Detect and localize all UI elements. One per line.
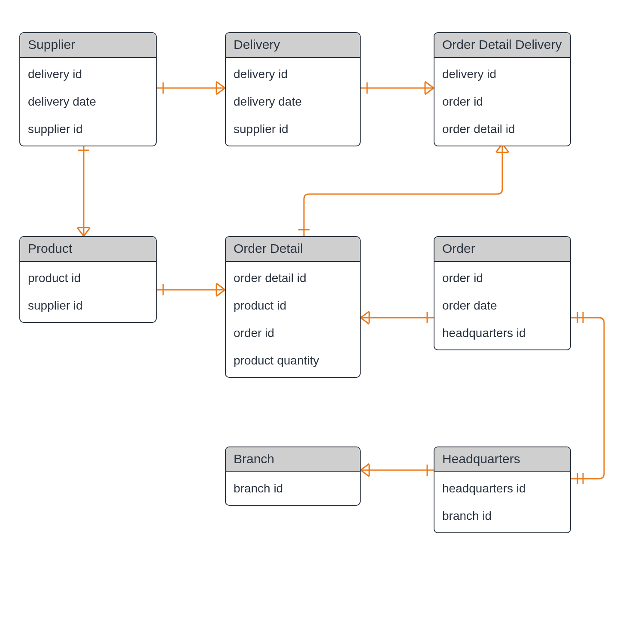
svg-line-12 bbox=[77, 228, 84, 236]
entity-attr: delivery date bbox=[20, 88, 156, 115]
entity-attr: order detail id bbox=[434, 115, 570, 143]
rel-order-headquarters bbox=[571, 312, 604, 484]
entity-attr: delivery id bbox=[20, 61, 156, 88]
entity-attr: delivery id bbox=[226, 61, 360, 88]
entity-title: Product bbox=[20, 237, 156, 262]
entity-body: branch id bbox=[226, 472, 360, 505]
svg-line-2 bbox=[216, 82, 225, 88]
svg-line-35 bbox=[361, 470, 369, 477]
entity-body: delivery id order id order detail id bbox=[434, 58, 570, 146]
entity-title: Order Detail bbox=[226, 237, 360, 262]
entity-order[interactable]: Order order id order date headquarters i… bbox=[434, 236, 571, 350]
entity-attr: branch id bbox=[434, 502, 570, 530]
entity-attr: delivery id bbox=[434, 61, 570, 88]
entity-attr: delivery date bbox=[226, 88, 360, 115]
entity-body: delivery id delivery date supplier id bbox=[20, 58, 156, 146]
rel-supplier-product bbox=[77, 144, 90, 236]
rel-delivery-odd bbox=[361, 82, 434, 94]
er-diagram-canvas: Supplier delivery id delivery date suppl… bbox=[0, 0, 644, 644]
entity-attr: product id bbox=[20, 264, 156, 292]
svg-line-21 bbox=[361, 311, 369, 318]
entity-headquarters[interactable]: Headquarters headquarters id branch id bbox=[434, 447, 571, 533]
entity-attr: product id bbox=[226, 292, 360, 319]
svg-line-17 bbox=[216, 283, 225, 290]
entity-title: Supplier bbox=[20, 33, 156, 58]
entity-attr: headquarters id bbox=[434, 319, 570, 347]
entity-attr: order date bbox=[434, 292, 570, 319]
entity-body: headquarters id branch id bbox=[434, 472, 570, 532]
entity-attr: order id bbox=[434, 264, 570, 292]
entity-body: order detail id product id order id prod… bbox=[226, 262, 360, 377]
entity-order-detail[interactable]: Order Detail order detail id product id … bbox=[225, 236, 361, 378]
entity-attr: supplier id bbox=[20, 292, 156, 319]
entity-attr: order detail id bbox=[226, 264, 360, 292]
entity-attr: supplier id bbox=[226, 115, 360, 143]
svg-line-3 bbox=[216, 88, 225, 94]
svg-line-7 bbox=[425, 82, 434, 88]
svg-line-18 bbox=[216, 290, 225, 296]
entity-attr: order id bbox=[434, 88, 570, 115]
rel-odd-orderdetail bbox=[298, 144, 509, 236]
entity-delivery[interactable]: Delivery delivery id delivery date suppl… bbox=[225, 32, 361, 146]
entity-attr: product quantity bbox=[226, 347, 360, 374]
entity-order-detail-delivery[interactable]: Order Detail Delivery delivery id order … bbox=[434, 32, 571, 146]
entity-body: delivery id delivery date supplier id bbox=[226, 58, 360, 146]
rel-orderdetail-order bbox=[361, 311, 434, 324]
entity-supplier[interactable]: Supplier delivery id delivery date suppl… bbox=[19, 32, 157, 146]
svg-line-8 bbox=[425, 88, 434, 94]
svg-line-13 bbox=[84, 228, 90, 236]
entity-attr: branch id bbox=[226, 475, 360, 502]
entity-title: Delivery bbox=[226, 33, 360, 58]
entity-attr: order id bbox=[226, 319, 360, 347]
entity-title: Order Detail Delivery bbox=[434, 33, 570, 58]
entity-title: Branch bbox=[226, 447, 360, 472]
entity-attr: headquarters id bbox=[434, 475, 570, 502]
rel-branch-headquarters bbox=[361, 464, 434, 477]
entity-product[interactable]: Product product id supplier id bbox=[19, 236, 157, 323]
entity-title: Headquarters bbox=[434, 447, 570, 472]
rel-supplier-delivery bbox=[157, 82, 225, 94]
svg-line-22 bbox=[361, 318, 369, 324]
entity-body: product id supplier id bbox=[20, 262, 156, 322]
entity-body: order id order date headquarters id bbox=[434, 262, 570, 349]
svg-line-34 bbox=[361, 464, 369, 470]
rel-product-orderdetail bbox=[157, 283, 225, 296]
entity-branch[interactable]: Branch branch id bbox=[225, 447, 361, 506]
entity-attr: supplier id bbox=[20, 115, 156, 143]
entity-title: Order bbox=[434, 237, 570, 262]
